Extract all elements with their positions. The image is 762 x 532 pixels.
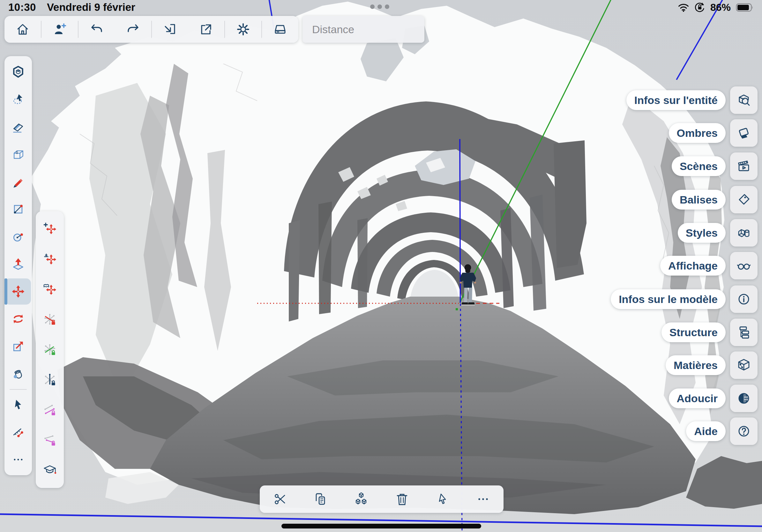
- instructor-button[interactable]: [36, 455, 64, 486]
- select-button[interactable]: [422, 486, 463, 513]
- materials-button[interactable]: [730, 352, 758, 379]
- more-tools-button[interactable]: [4, 446, 32, 473]
- move-flip-button[interactable]: [36, 274, 64, 304]
- entity-info-label[interactable]: Infos sur l'entité: [626, 90, 725, 110]
- shape-circle-button[interactable]: [4, 223, 32, 250]
- lock-axis-green-button[interactable]: [36, 335, 64, 365]
- tape-measure-button[interactable]: [4, 419, 32, 446]
- window-grabber-handle[interactable]: [370, 4, 389, 9]
- paint-bucket-icon: [11, 367, 25, 381]
- lock-axis-red-icon: [43, 312, 57, 326]
- import-icon: [162, 22, 178, 37]
- move-copy-button[interactable]: [36, 214, 64, 244]
- settings-button[interactable]: [225, 16, 261, 43]
- cursor-icon: [11, 398, 25, 412]
- move-tool-button[interactable]: [4, 278, 32, 305]
- components-button[interactable]: [341, 486, 382, 513]
- delete-button[interactable]: [382, 486, 422, 513]
- home-indicator[interactable]: [281, 524, 481, 528]
- help-button[interactable]: [730, 418, 758, 445]
- panel-row-outliner: Structure: [661, 319, 758, 346]
- import-button[interactable]: [152, 16, 188, 43]
- display-label[interactable]: Affichage: [660, 256, 725, 276]
- lock-axis-green-icon: [43, 343, 57, 357]
- add-collaborator-button[interactable]: [41, 16, 78, 43]
- paint-bucket-button[interactable]: [4, 361, 32, 388]
- redo-button[interactable]: [115, 16, 151, 43]
- select-cursor-icon: [435, 492, 450, 507]
- outliner-button[interactable]: [730, 319, 758, 346]
- home-button[interactable]: [4, 16, 41, 43]
- cut-button[interactable]: [260, 486, 300, 513]
- lock-axis-blue-icon: [43, 373, 57, 387]
- outliner-label[interactable]: Structure: [661, 322, 725, 342]
- scenes-icon: [736, 159, 751, 174]
- soften-edges-icon: [736, 391, 751, 406]
- tags-button[interactable]: [730, 186, 758, 213]
- export-icon: [198, 22, 214, 37]
- device-button[interactable]: [262, 16, 298, 43]
- eraser-icon: [11, 120, 25, 134]
- move-stamp-button[interactable]: [36, 244, 64, 274]
- materials-label[interactable]: Matières: [666, 355, 725, 375]
- lock-parallel-button[interactable]: [36, 395, 64, 425]
- entity-info-button[interactable]: [730, 87, 758, 114]
- export-button[interactable]: [188, 16, 224, 43]
- entity-info-icon: [736, 93, 751, 108]
- panel-row-scenes: Scènes: [672, 153, 758, 180]
- shadows-button[interactable]: [730, 119, 758, 147]
- shape-circle-icon: [11, 230, 25, 244]
- select-cursor-button[interactable]: [4, 391, 32, 419]
- display-button[interactable]: [730, 252, 758, 279]
- settings-gear-icon: [236, 22, 251, 37]
- pencil-button[interactable]: [4, 168, 32, 195]
- soften-label[interactable]: Adoucir: [669, 388, 725, 408]
- lock-axis-red-button[interactable]: [36, 304, 64, 335]
- scenes-button[interactable]: [730, 153, 758, 180]
- soften-button[interactable]: [730, 385, 758, 412]
- model-info-label[interactable]: Infos sur le modèle: [611, 289, 725, 309]
- more-actions-button[interactable]: [463, 486, 503, 513]
- styles-button[interactable]: [730, 219, 758, 246]
- trash-icon: [394, 492, 410, 507]
- undo-icon: [89, 22, 104, 37]
- tape-measure-icon: [11, 425, 25, 439]
- primitives-button[interactable]: [4, 140, 32, 168]
- model-viewport[interactable]: [0, 0, 762, 532]
- rotate-tool-button[interactable]: [4, 305, 32, 333]
- model-info-button[interactable]: [730, 286, 758, 313]
- tags-label[interactable]: Balises: [672, 190, 725, 210]
- measurement-input[interactable]: Distance: [302, 16, 424, 43]
- primitives-box-icon: [11, 147, 25, 161]
- move-flip-icon: [43, 282, 57, 296]
- move-options-panel: [36, 211, 64, 488]
- scale-tool-button[interactable]: [4, 333, 32, 360]
- home-icon: [15, 22, 30, 37]
- push-pull-button[interactable]: [4, 250, 32, 278]
- lasso-select-button[interactable]: [4, 86, 32, 113]
- display-icon: [736, 258, 751, 273]
- panel-row-styles: Styles: [678, 219, 758, 246]
- wifi-icon: [678, 3, 689, 12]
- undo-button[interactable]: [79, 16, 115, 43]
- sketchup-logo-button[interactable]: [4, 58, 32, 86]
- shadows-label[interactable]: Ombres: [669, 123, 726, 143]
- materials-icon: [736, 358, 751, 373]
- move-copy-icon: [43, 222, 57, 236]
- selected-tool-indicator: [4, 279, 7, 304]
- help-label[interactable]: Aide: [686, 421, 725, 441]
- shape-rectangle-icon: [11, 202, 25, 216]
- shape-rectangle-button[interactable]: [4, 195, 32, 223]
- eraser-button[interactable]: [4, 113, 32, 140]
- lock-parallel-icon: [43, 403, 57, 417]
- panel-row-model-info: Infos sur le modèle: [611, 286, 758, 313]
- app-window: 10:30 Vendredi 9 février 86%: [0, 0, 762, 532]
- styles-label[interactable]: Styles: [678, 223, 725, 243]
- copy-button[interactable]: [300, 486, 341, 513]
- left-toolbar: [4, 56, 32, 475]
- more-icon: [476, 492, 491, 507]
- lock-axis-blue-button[interactable]: [36, 365, 64, 395]
- scenes-label[interactable]: Scènes: [672, 156, 725, 176]
- lock-perpendicular-button[interactable]: [36, 425, 64, 455]
- date: Vendredi 9 février: [47, 1, 135, 13]
